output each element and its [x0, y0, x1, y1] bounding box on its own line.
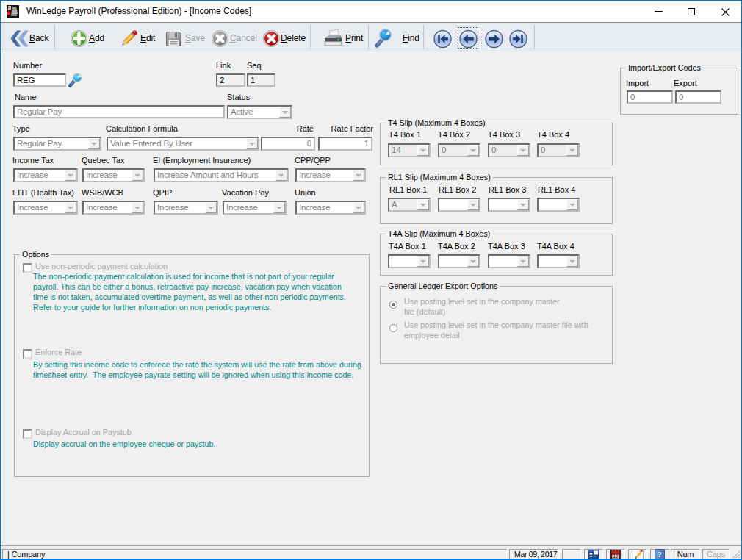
- svg-text:?: ?: [658, 550, 662, 559]
- svg-text:10: 10: [613, 553, 619, 559]
